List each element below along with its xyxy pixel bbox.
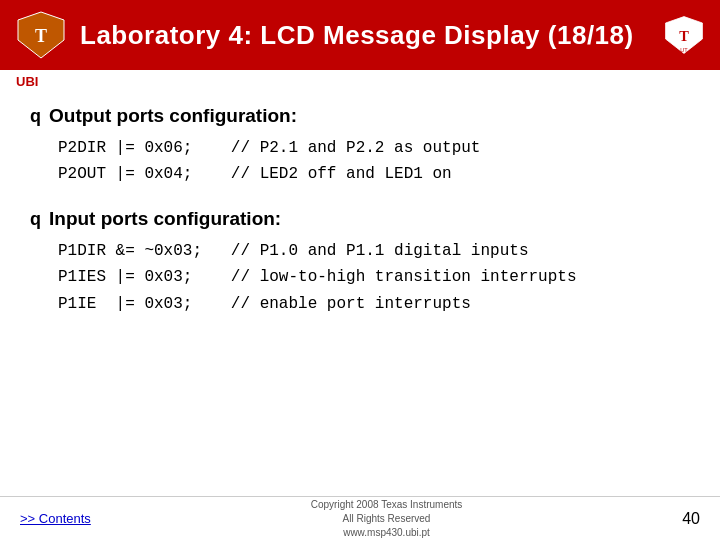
section-input-title: Input ports configuration: [49,208,281,230]
svg-text:UT: UT [680,47,688,53]
section-output: q Output ports configuration: P2DIR |= 0… [30,105,690,188]
input-line-2: P1IES |= 0x03; // low-to-high transition… [58,264,690,290]
page-title: Laboratory 4: LCD Message Display (18/18… [80,20,634,51]
input-line-3: P1IE |= 0x03; // enable port interrupts [58,291,690,317]
footer-copyright: Copyright 2008 Texas Instruments All Rig… [311,498,463,540]
copyright-line1: Copyright 2008 Texas Instruments [311,498,463,512]
copyright-line2: All Rights Reserved [311,512,463,526]
section-input-header: q Input ports configuration: [30,208,690,230]
output-code-1: P2DIR |= 0x06; // P2.1 and P2.2 as outpu… [58,135,480,161]
section-input: q Input ports configuration: P1DIR &= ~0… [30,208,690,317]
page-header: T Laboratory 4: LCD Message Display (18/… [0,0,720,70]
ut-logo-right: T UT [664,15,704,55]
input-line-1: P1DIR &= ~0x03; // P1.0 and P1.1 digital… [58,238,690,264]
output-code-2: P2OUT |= 0x04; // LED2 off and LED1 on [58,161,452,187]
input-code-3: P1IE |= 0x03; // enable port interrupts [58,291,471,317]
page-footer: >> Contents Copyright 2008 Texas Instrum… [0,496,720,540]
svg-text:T: T [35,26,47,46]
input-code-block: P1DIR &= ~0x03; // P1.0 and P1.1 digital… [30,238,690,317]
ubi-label: UBI [0,70,720,91]
output-line-2: P2OUT |= 0x04; // LED2 off and LED1 on [58,161,690,187]
ut-logo-left: T [16,10,66,60]
svg-text:T: T [679,28,689,44]
output-code-block: P2DIR |= 0x06; // P2.1 and P2.2 as outpu… [30,135,690,188]
input-code-2: P1IES |= 0x03; // low-to-high transition… [58,264,576,290]
contents-link[interactable]: >> Contents [20,511,91,526]
page-number: 40 [682,510,700,528]
input-code-1: P1DIR &= ~0x03; // P1.0 and P1.1 digital… [58,238,528,264]
bullet-output: q [30,106,41,127]
main-content: q Output ports configuration: P2DIR |= 0… [0,91,720,347]
bullet-input: q [30,209,41,230]
section-output-header: q Output ports configuration: [30,105,690,127]
section-output-title: Output ports configuration: [49,105,297,127]
copyright-line3: www.msp430.ubi.pt [311,526,463,540]
output-line-1: P2DIR |= 0x06; // P2.1 and P2.2 as outpu… [58,135,690,161]
